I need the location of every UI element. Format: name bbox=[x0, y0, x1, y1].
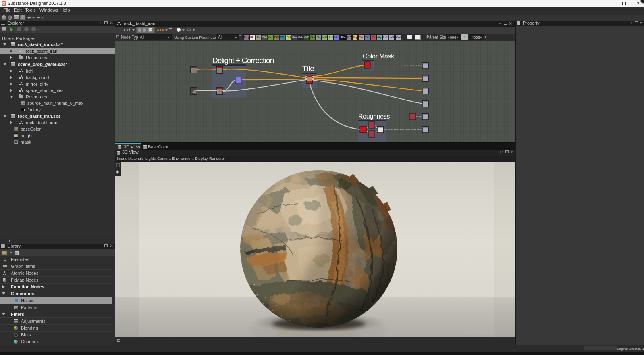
svg-text:The material: The material bbox=[480, 326, 498, 330]
svg-text:rock dasht iran - texturecan: rock dasht iran - texturecan bbox=[463, 331, 497, 334]
svg-text:Roughness: Roughness bbox=[358, 113, 390, 120]
svg-text:Color Mask: Color Mask bbox=[363, 53, 395, 60]
svg-text:Tile: Tile bbox=[302, 64, 314, 73]
svg-text:Delight + Correction: Delight + Correction bbox=[212, 56, 274, 65]
